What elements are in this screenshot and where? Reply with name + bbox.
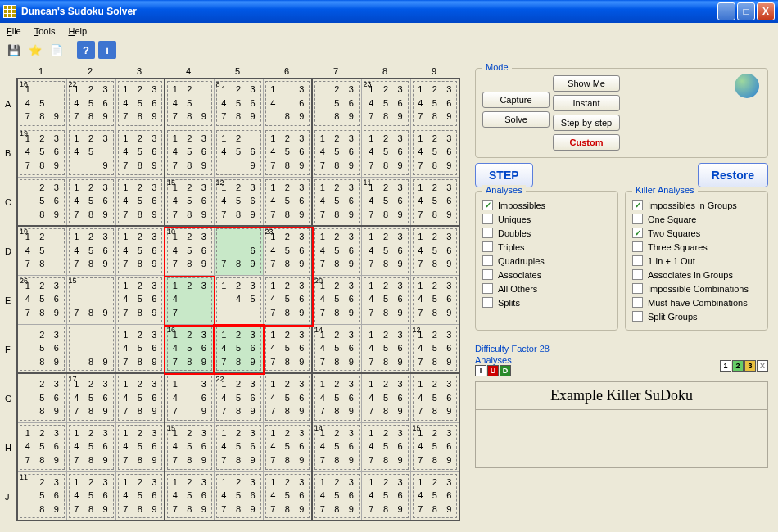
checkbox-row[interactable]: ✓Two Squares: [632, 226, 761, 240]
checkbox-row[interactable]: Associates: [482, 268, 611, 282]
cell[interactable]: 123456789: [115, 471, 165, 521]
close-button[interactable]: X: [757, 2, 775, 20]
cell[interactable]: 12123456789: [214, 177, 263, 226]
cell[interactable]: 22123456789: [214, 373, 263, 422]
checkbox-row[interactable]: Triples: [482, 240, 611, 254]
globe-icon[interactable]: [735, 74, 759, 98]
cell[interactable]: 123456789: [165, 471, 214, 521]
stepbystep-button[interactable]: Step-by-step: [553, 115, 620, 131]
cell[interactable]: 123456789: [410, 275, 459, 324]
cell[interactable]: 123456789: [17, 422, 66, 471]
checkbox-row[interactable]: Quadruples: [482, 254, 611, 268]
checkbox-row[interactable]: Split Groups: [632, 309, 761, 323]
cell[interactable]: 12345: [214, 275, 263, 324]
cell[interactable]: 123456789: [214, 422, 263, 471]
cell[interactable]: 123456789: [312, 471, 361, 521]
cell[interactable]: 20123456789: [312, 275, 361, 324]
checkbox-row[interactable]: ✓Impossibles: [482, 198, 611, 212]
checkbox-row[interactable]: ✓Impossibles in Groups: [632, 198, 761, 212]
menu-tools[interactable]: Tools: [34, 26, 56, 36]
checkbox-row[interactable]: Impossible Combinations: [632, 282, 761, 295]
cell[interactable]: 123456789: [115, 422, 165, 471]
cell[interactable]: 123456789: [361, 226, 410, 275]
cell[interactable]: 22123456789: [66, 79, 115, 128]
cell[interactable]: 123456789: [410, 128, 459, 177]
cell[interactable]: 123456789: [263, 471, 312, 521]
menu-help[interactable]: Help: [68, 26, 87, 36]
cell[interactable]: 19123456789: [17, 128, 66, 177]
cell[interactable]: 123456789: [214, 471, 263, 521]
cell[interactable]: 235689: [17, 373, 66, 422]
cell[interactable]: 12347: [165, 275, 214, 324]
cell[interactable]: 89: [66, 324, 115, 373]
cell[interactable]: 123456789: [263, 177, 312, 226]
cell[interactable]: 235689: [312, 79, 361, 128]
page-icon[interactable]: 📄: [47, 41, 66, 59]
custom-button[interactable]: Custom: [553, 134, 620, 151]
cell[interactable]: 123456789: [263, 422, 312, 471]
cell[interactable]: 123456789: [165, 128, 214, 177]
cell[interactable]: 14123456789: [312, 324, 361, 373]
cell[interactable]: 123456789: [312, 226, 361, 275]
cell[interactable]: 11235689: [17, 471, 66, 521]
cell[interactable]: 123456789: [263, 324, 312, 373]
cell[interactable]: 123456789: [410, 177, 459, 226]
cell[interactable]: 123456789: [115, 226, 165, 275]
cell[interactable]: 123456789: [115, 275, 165, 324]
cell[interactable]: 123456789: [115, 373, 165, 422]
solve-button[interactable]: Solve: [482, 111, 550, 128]
cell[interactable]: 123456789: [263, 373, 312, 422]
cell[interactable]: 123456789: [312, 177, 361, 226]
cell[interactable]: 23123456789: [361, 79, 410, 128]
cell[interactable]: 10123456789: [165, 226, 214, 275]
cell[interactable]: 15123456789: [165, 422, 214, 471]
cell[interactable]: 123456789: [410, 226, 459, 275]
info-icon[interactable]: i: [98, 41, 116, 59]
checkbox-row[interactable]: Associates in Groups: [632, 268, 761, 282]
checkbox-icon[interactable]: [632, 297, 643, 308]
checkbox-row[interactable]: 1 In + 1 Out: [632, 254, 761, 268]
showme-button[interactable]: Show Me: [553, 75, 620, 92]
checkbox-row[interactable]: Doubles: [482, 226, 611, 240]
help-icon[interactable]: ?: [77, 41, 95, 59]
step-button[interactable]: STEP: [475, 163, 533, 187]
cell[interactable]: 123456789: [66, 422, 115, 471]
cell[interactable]: 123456789: [115, 324, 165, 373]
cell[interactable]: 123456789: [115, 128, 165, 177]
checkbox-icon[interactable]: [482, 269, 493, 280]
cell[interactable]: 123456789: [115, 177, 165, 226]
cell[interactable]: 123456789: [312, 128, 361, 177]
checkbox-icon[interactable]: [632, 311, 643, 322]
checkbox-icon[interactable]: [632, 214, 643, 224]
checkbox-icon[interactable]: [482, 214, 493, 224]
cell[interactable]: 15123456789: [165, 177, 214, 226]
menu-file[interactable]: File: [7, 26, 21, 36]
cell[interactable]: 134679: [165, 373, 214, 422]
cell[interactable]: 11123456789: [361, 177, 410, 226]
cell[interactable]: 123456789: [410, 373, 459, 422]
cell[interactable]: 123456789: [66, 471, 115, 521]
cell[interactable]: 15123456789: [410, 422, 459, 471]
checkbox-icon[interactable]: ✓: [482, 200, 493, 210]
cell[interactable]: 123456789: [263, 275, 312, 324]
cell[interactable]: 123456789: [361, 324, 410, 373]
cell[interactable]: 26123456789: [17, 275, 66, 324]
instant-button[interactable]: Instant: [553, 95, 620, 111]
restore-button[interactable]: Restore: [698, 163, 768, 187]
cell[interactable]: 19124578: [17, 226, 66, 275]
cell[interactable]: 123456789: [361, 275, 410, 324]
checkbox-row[interactable]: Uniques: [482, 212, 611, 226]
cell[interactable]: 123456789: [410, 79, 459, 128]
cell[interactable]: 123459: [66, 128, 115, 177]
cell[interactable]: 15789: [66, 275, 115, 324]
checkbox-icon[interactable]: [632, 241, 643, 252]
cell[interactable]: 123456789: [214, 324, 263, 373]
capture-button[interactable]: Capture: [482, 92, 550, 108]
star-icon[interactable]: ⭐: [26, 41, 44, 59]
cell[interactable]: 23123456789: [263, 226, 312, 275]
checkbox-icon[interactable]: [632, 269, 643, 280]
checkbox-icon[interactable]: ✓: [632, 228, 643, 238]
cell[interactable]: 123456789: [66, 177, 115, 226]
cell[interactable]: 16123456789: [165, 324, 214, 373]
checkbox-row[interactable]: Three Squares: [632, 240, 761, 254]
